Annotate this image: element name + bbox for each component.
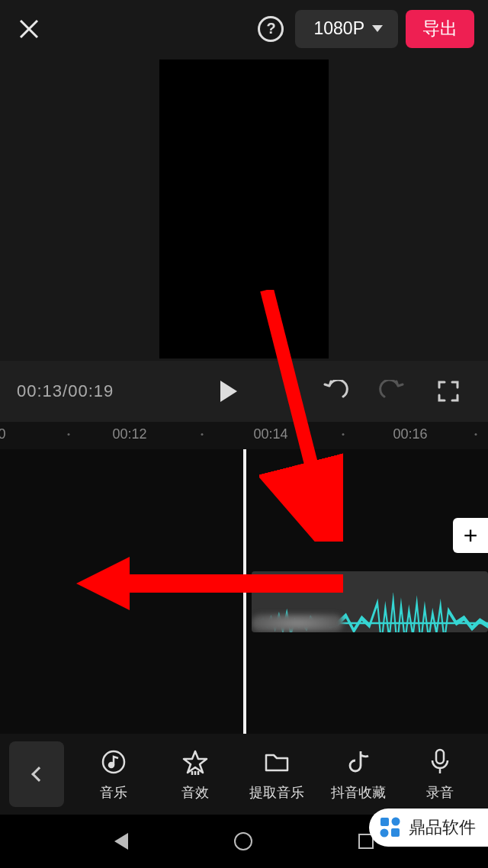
toolbar-back-button[interactable] [9,741,64,807]
help-button[interactable]: ? [254,12,287,46]
tool-label: 录音 [426,783,454,802]
ruler-mark: 00:12 [112,426,146,442]
watermark-text: 鼎品软件 [409,816,476,839]
ruler-mark: 00:16 [393,426,427,442]
bottom-toolbar: 音乐 音效 提取音乐 抖音收藏 [0,734,488,815]
douyin-icon [343,747,374,777]
system-home-button[interactable] [234,832,252,850]
mic-icon [425,747,455,777]
svg-rect-10 [436,750,444,764]
svg-point-12 [392,818,400,826]
help-icon: ? [258,16,284,42]
preview-area [0,57,488,361]
tool-sfx[interactable]: 音效 [155,747,236,802]
chevron-left-icon [31,767,47,782]
watermark: 鼎品软件 [369,809,488,847]
export-label: 导出 [422,17,458,40]
tool-label: 抖音收藏 [331,783,386,802]
svg-rect-14 [391,828,400,837]
play-icon [220,381,237,402]
tool-label: 音乐 [100,783,127,802]
ruler-mark: 00:14 [253,426,287,442]
undo-icon [322,380,349,403]
tool-extract[interactable]: 提取音乐 [236,747,318,802]
tool-music[interactable]: 音乐 [73,747,155,802]
undo-button[interactable] [313,372,358,410]
resolution-label: 1080P [313,18,364,39]
play-button[interactable] [207,372,246,410]
svg-rect-11 [380,818,389,826]
music-icon [98,747,129,777]
tool-label: 提取音乐 [249,783,304,802]
audio-clip[interactable] [252,571,488,632]
tool-record[interactable]: 录音 [399,747,480,802]
fullscreen-icon [437,380,460,403]
timeline-tracks[interactable]: + [0,449,488,739]
export-button[interactable]: 导出 [406,10,474,48]
playhead[interactable] [243,449,246,739]
plus-icon: + [464,522,478,550]
folder-icon [262,747,292,777]
timeline-ruler[interactable]: 0:10 00:12 00:14 00:16 [0,422,488,449]
time-display: 00:13/00:19 [17,381,114,401]
top-toolbar: ? 1080P 导出 [0,0,488,57]
ruler-mark: 0:10 [0,426,6,442]
redo-button[interactable] [369,372,415,410]
tool-label: 音效 [181,783,209,802]
system-back-button[interactable] [114,833,128,850]
add-clip-button[interactable]: + [453,518,488,553]
chevron-down-icon [372,25,383,32]
close-icon [18,18,40,40]
close-button[interactable] [14,14,44,44]
redo-icon [378,380,406,403]
fullscreen-button[interactable] [425,372,471,410]
tool-douyin[interactable]: 抖音收藏 [317,747,399,802]
resolution-dropdown[interactable]: 1080P [295,10,398,48]
star-icon [180,747,210,777]
watermark-logo-icon [378,815,403,840]
svg-point-13 [380,829,389,837]
video-canvas[interactable] [159,59,329,358]
playback-bar: 00:13/00:19 [0,361,488,422]
